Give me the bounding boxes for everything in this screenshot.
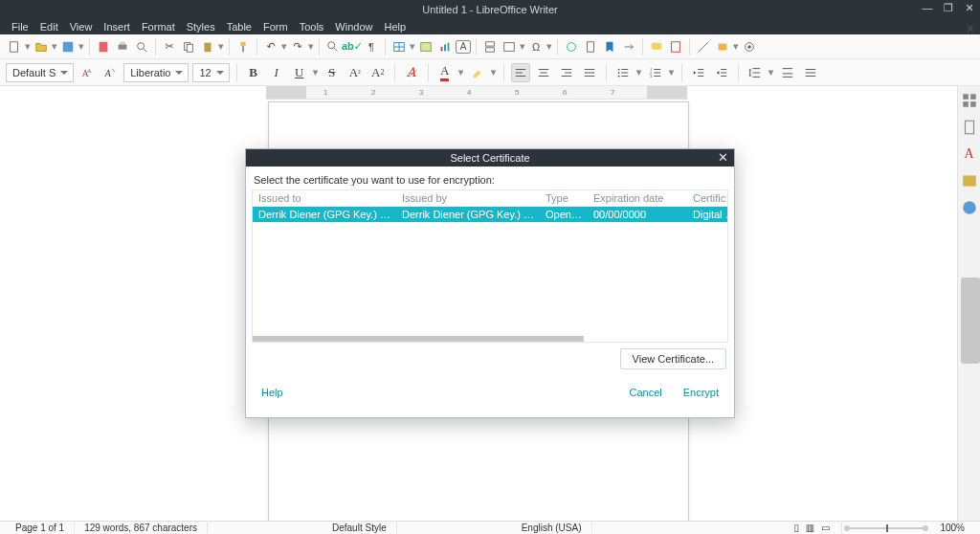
copy-icon[interactable] [180,38,197,56]
increase-para-spacing-button[interactable] [778,63,797,82]
cut-icon[interactable]: ✂ [161,38,178,56]
close-icon[interactable]: ✕ [963,2,976,14]
sidebar-gallery-icon[interactable] [961,172,978,189]
menu-insert[interactable]: Insert [98,21,136,33]
subscript-button[interactable]: A2 [368,63,388,82]
dialog-close-icon[interactable]: ✕ [718,150,728,165]
menu-file[interactable]: File [6,21,34,33]
number-list-button[interactable]: 123 [646,63,665,82]
minimize-icon[interactable]: — [921,2,934,14]
sidebar-properties-icon[interactable] [961,92,978,109]
strikethrough-button[interactable]: S [323,63,342,82]
highlight-icon[interactable] [468,63,487,82]
status-page[interactable]: Page 1 of 1 [6,523,75,533]
special-char-dropdown-icon[interactable]: ▾ [546,38,552,56]
menu-form[interactable]: Form [257,21,294,33]
decrease-indent-button[interactable] [712,63,731,82]
para-style-select[interactable]: Default S [6,63,74,82]
line-spacing-dropdown-icon[interactable]: ▾ [768,64,774,81]
undo-icon[interactable]: ↶ [262,38,279,56]
spellcheck-icon[interactable]: ab✓ [344,38,361,56]
col-type[interactable]: Type [540,190,588,206]
underline-dropdown-icon[interactable]: ▾ [313,64,319,81]
insert-hyperlink-icon[interactable] [563,38,580,56]
line-spacing-button[interactable] [746,63,765,82]
bullet-list-button[interactable] [613,63,633,82]
bullet-dropdown-icon[interactable]: ▾ [636,64,642,81]
insert-pagebreak-icon[interactable] [481,38,499,56]
insert-comment-icon[interactable] [648,38,665,56]
bold-button[interactable]: B [244,63,263,82]
col-issued-by[interactable]: Issued by [396,190,540,206]
help-link[interactable]: Help [261,387,283,398]
insert-textbox-icon[interactable]: A [456,40,471,54]
show-draw-functions-icon[interactable] [741,38,758,56]
paste-dropdown-icon[interactable]: ▾ [218,38,224,56]
status-view-icons[interactable]: ▯ ▥ ▭ [784,523,842,533]
basic-shapes-icon[interactable] [714,38,731,56]
insert-special-char-icon[interactable]: Ω [527,38,545,56]
field-dropdown-icon[interactable]: ▾ [520,38,525,56]
print-icon[interactable] [114,38,131,56]
new-style-icon[interactable]: A [100,63,120,82]
redo-dropdown-icon[interactable]: ▾ [308,38,314,56]
insert-line-icon[interactable] [695,38,712,56]
zoom-slider[interactable] [848,527,924,529]
view-certificate-button[interactable]: View Certificate... [620,348,726,369]
clear-formatting-icon[interactable]: A̷ [402,63,421,82]
formatting-marks-icon[interactable]: ¶ [363,38,380,56]
font-color-dropdown-icon[interactable]: ▾ [458,64,464,81]
new-icon[interactable] [6,38,23,56]
insert-bookmark-icon[interactable] [601,38,618,56]
shapes-dropdown-icon[interactable]: ▾ [733,38,739,56]
decrease-para-spacing-button[interactable] [801,63,820,82]
status-zoom[interactable]: 100% [930,523,974,533]
redo-icon[interactable]: ↷ [289,38,306,56]
insert-footnote-icon[interactable] [582,38,599,56]
highlight-dropdown-icon[interactable]: ▾ [491,64,497,81]
encrypt-button[interactable]: Encrypt [683,387,719,398]
horizontal-ruler[interactable]: 1 2 3 4 5 6 7 [266,86,687,100]
underline-button[interactable]: U [290,63,309,82]
col-usage[interactable]: Certificate us [687,190,728,206]
menu-table[interactable]: Table [221,21,257,33]
open-icon[interactable] [33,38,50,56]
certificate-table[interactable]: Issued to Issued by Type Expiration date… [252,189,728,343]
table-dropdown-icon[interactable]: ▾ [410,38,415,56]
menu-styles[interactable]: Styles [181,21,221,33]
insert-chart-icon[interactable] [436,38,454,56]
menu-help[interactable]: Help [378,21,412,33]
insert-cross-ref-icon[interactable] [620,38,637,56]
undo-dropdown-icon[interactable]: ▾ [281,38,287,56]
justify-button[interactable] [580,63,599,82]
increase-indent-button[interactable] [689,63,708,82]
insert-table-icon[interactable] [390,38,408,56]
font-name-select[interactable]: Liberatio [123,63,189,82]
col-issued-to[interactable]: Issued to [253,190,396,206]
status-words[interactable]: 129 words, 867 characters [75,523,208,533]
font-size-select[interactable]: 12 [192,63,229,82]
number-dropdown-icon[interactable]: ▾ [669,64,675,81]
superscript-button[interactable]: A² [345,63,365,82]
vertical-scrollbar[interactable] [961,278,980,364]
clone-formatting-icon[interactable] [234,38,252,56]
find-replace-icon[interactable] [324,38,342,56]
col-expiration[interactable]: Expiration date [588,190,687,206]
paste-icon[interactable] [199,38,216,56]
maximize-icon[interactable]: ❐ [942,2,955,14]
table-horizontal-scrollbar[interactable] [253,336,584,342]
status-lang[interactable]: English (USA) [512,523,592,533]
save-icon[interactable] [59,38,77,56]
menu-window[interactable]: Window [329,21,378,33]
sidebar-page-icon[interactable] [961,119,978,136]
open-dropdown-icon[interactable]: ▾ [52,38,57,56]
font-color-icon[interactable]: A [435,63,455,82]
insert-image-icon[interactable] [417,38,434,56]
save-dropdown-icon[interactable]: ▾ [78,38,84,56]
align-right-button[interactable] [557,63,576,82]
menu-edit[interactable]: Edit [34,21,64,33]
insert-field-icon[interactable] [501,38,518,56]
update-style-icon[interactable]: AA [78,63,97,82]
align-center-button[interactable] [534,63,553,82]
menu-tools[interactable]: Tools [294,21,330,33]
